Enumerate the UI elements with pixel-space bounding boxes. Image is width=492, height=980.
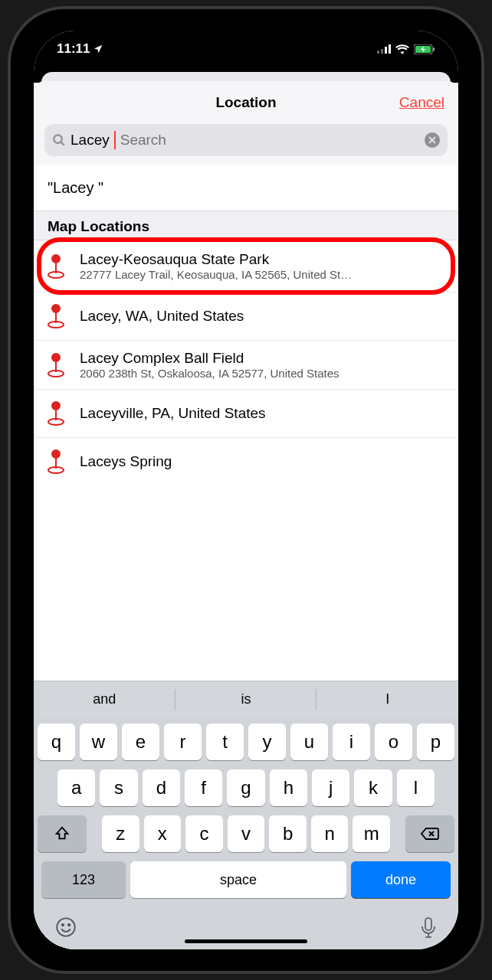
search-input[interactable] (120, 132, 420, 149)
result-row-4[interactable]: Laceys Spring (34, 438, 458, 485)
numeric-key[interactable]: 123 (41, 861, 126, 898)
home-indicator[interactable] (185, 939, 307, 943)
key-c[interactable]: c (185, 815, 223, 852)
key-x[interactable]: x (144, 815, 182, 852)
section-header-map-locations: Map Locations (34, 211, 458, 240)
result-title: Lacey-Keosauqua State Park (80, 251, 446, 268)
key-i[interactable]: i (333, 724, 370, 760)
clear-button[interactable] (425, 132, 440, 148)
time-label: 11:11 (57, 41, 90, 57)
space-key[interactable]: space (130, 861, 346, 898)
result-title: Lacey Complex Ball Field (80, 350, 446, 367)
battery-charging-icon (414, 44, 435, 54)
key-d[interactable]: d (143, 769, 180, 806)
quoted-search-row[interactable]: "Lacey " (34, 165, 458, 211)
key-row-bottom: 123 space done (38, 861, 454, 898)
key-z[interactable]: z (102, 815, 139, 852)
result-row-1[interactable]: Lacey, WA, United States (34, 292, 458, 341)
dictation-button[interactable] (420, 916, 437, 945)
emoji-button[interactable] (55, 916, 77, 945)
key-v[interactable]: v (228, 815, 265, 852)
backspace-icon (421, 827, 439, 841)
result-row-3[interactable]: Laceyville, PA, United States (34, 390, 458, 438)
svg-rect-3 (389, 44, 391, 54)
emoji-icon (55, 916, 77, 938)
results-list[interactable]: "Lacey " Map Locations Lacey-Keosauqua S… (34, 165, 458, 681)
close-icon (428, 136, 436, 144)
search-field[interactable]: Lacey (44, 124, 448, 156)
svg-point-23 (52, 450, 60, 458)
key-row-1: q w e r t y u i o p (38, 724, 454, 760)
key-j[interactable]: j (312, 769, 349, 806)
key-f[interactable]: f (185, 769, 222, 806)
key-s[interactable]: s (100, 769, 137, 806)
svg-rect-31 (425, 918, 431, 930)
key-r[interactable]: r (164, 724, 202, 760)
search-icon (52, 133, 66, 147)
svg-point-29 (62, 924, 64, 926)
microphone-icon (420, 916, 437, 939)
svg-rect-2 (385, 47, 387, 54)
result-title: Laceys Spring (80, 453, 446, 470)
cancel-button[interactable]: Cancel (399, 94, 444, 111)
result-title: Lacey, WA, United States (80, 308, 446, 325)
result-row-0[interactable]: Lacey-Keosauqua State Park 22777 Lacey T… (34, 240, 458, 292)
key-g[interactable]: g (227, 769, 264, 806)
wifi-icon (395, 44, 409, 54)
signal-icon (377, 44, 391, 54)
svg-rect-6 (433, 47, 435, 51)
key-k[interactable]: k (354, 769, 392, 806)
svg-point-7 (54, 135, 62, 143)
key-m[interactable]: m (353, 815, 390, 852)
backspace-key[interactable] (405, 815, 454, 852)
result-title: Laceyville, PA, United States (80, 405, 446, 422)
search-wrap: Lacey (34, 124, 458, 165)
result-subtitle: 2060 238th St, Oskaloosa, IA 52577, Unit… (80, 367, 446, 380)
map-pin-icon (44, 447, 67, 476)
key-row-2: a s d f g h j k l (38, 769, 454, 806)
map-pin-icon (44, 302, 67, 331)
key-a[interactable]: a (57, 769, 95, 806)
result-row-2[interactable]: Lacey Complex Ball Field 2060 238th St, … (34, 341, 458, 390)
svg-point-17 (52, 354, 60, 361)
shift-key[interactable] (38, 815, 87, 852)
nav-bar: Location Cancel (34, 81, 458, 124)
suggestion-1[interactable]: is (175, 681, 317, 717)
map-pin-icon (44, 399, 67, 428)
svg-point-20 (52, 402, 60, 410)
shift-icon (54, 825, 71, 842)
svg-point-11 (52, 255, 60, 263)
suggestion-2[interactable]: I (317, 681, 458, 717)
keyboard-bottom-bar (34, 909, 458, 949)
suggestion-bar: and is I (34, 681, 458, 717)
key-o[interactable]: o (375, 724, 412, 760)
screen: 11:11 Location Cancel Lacey (34, 31, 458, 949)
location-sheet: Location Cancel Lacey "Lacey " Map Loc (34, 81, 458, 949)
map-pin-icon (44, 351, 67, 380)
key-p[interactable]: p (417, 724, 454, 760)
key-l[interactable]: l (397, 769, 435, 806)
result-subtitle: 22777 Lacey Trail, Keosauqua, IA 52565, … (80, 268, 446, 281)
key-w[interactable]: w (80, 724, 117, 760)
key-u[interactable]: u (290, 724, 328, 760)
phone-frame: 11:11 Location Cancel Lacey (11, 9, 481, 971)
key-y[interactable]: y (248, 724, 286, 760)
key-e[interactable]: e (122, 724, 159, 760)
svg-rect-0 (377, 51, 379, 54)
keyboard: and is I q w e r t y u i o p (34, 681, 458, 949)
key-b[interactable]: b (269, 815, 307, 852)
done-key[interactable]: done (351, 861, 451, 898)
suggestion-0[interactable]: and (34, 681, 175, 717)
text-caret (114, 131, 116, 149)
key-q[interactable]: q (38, 724, 75, 760)
key-h[interactable]: h (270, 769, 307, 806)
key-t[interactable]: t (206, 724, 244, 760)
search-value: Lacey (71, 132, 110, 149)
location-arrow-icon (93, 44, 103, 54)
key-row-3: z x c v b n m (38, 815, 454, 852)
svg-point-30 (68, 924, 70, 926)
status-time: 11:11 (57, 41, 103, 57)
key-n[interactable]: n (311, 815, 349, 852)
svg-rect-1 (381, 49, 383, 54)
notch (169, 31, 323, 55)
